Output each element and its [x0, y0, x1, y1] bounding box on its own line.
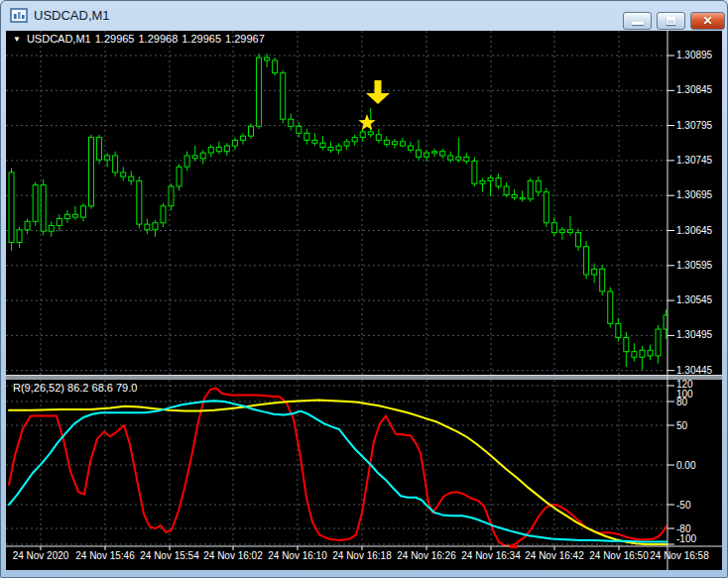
- chart-legend: ▼USDCAD,M11.299651.299681.299651.29967: [13, 33, 269, 45]
- candle-body: [216, 147, 221, 151]
- time-axis-label: 24 Nov 16:18: [332, 550, 392, 561]
- candle-body: [224, 146, 229, 152]
- candle-body: [496, 178, 501, 186]
- down-arrow-icon: [366, 93, 390, 104]
- candle-body: [536, 180, 541, 191]
- candle-body: [177, 167, 182, 186]
- restore-icon: [667, 17, 675, 25]
- candle-body: [161, 206, 166, 223]
- candle-body: [249, 126, 254, 136]
- candle-body: [289, 119, 294, 126]
- candle-body: [304, 133, 309, 140]
- legend-high: 1.29968: [138, 33, 178, 45]
- candle-body: [488, 178, 493, 181]
- close-icon: ✕: [691, 14, 724, 28]
- down-arrow-icon: [375, 80, 382, 93]
- candle-body: [184, 156, 189, 167]
- star-icon: [358, 114, 375, 130]
- candle-body: [616, 323, 621, 337]
- indicator-axis-label: -100: [676, 533, 696, 544]
- candle-body: [344, 142, 349, 146]
- cyan-line: [9, 401, 667, 541]
- legend-close: 1.29967: [225, 33, 265, 45]
- candle-body: [97, 138, 102, 161]
- price-axis-label: 1.30895: [676, 50, 712, 60]
- candle-body: [648, 350, 653, 356]
- time-axis-label: 24 Nov 16:58: [650, 550, 709, 561]
- time-axis-label: 24 Nov 15:54: [140, 550, 199, 561]
- candle-body: [576, 233, 581, 247]
- restore-button[interactable]: [657, 12, 685, 30]
- candle-body: [360, 132, 365, 138]
- candle-body: [153, 223, 158, 230]
- candle-body: [192, 156, 197, 159]
- candle-body: [129, 176, 134, 180]
- candle-body: [504, 186, 509, 194]
- candle-body: [17, 230, 22, 243]
- chart-client-area: ▼USDCAD,M11.299651.299681.299651.29967 R…: [6, 31, 722, 570]
- candle-body: [25, 221, 30, 229]
- candle-body: [512, 194, 517, 197]
- candle-body: [456, 157, 461, 160]
- indicator-axis-label: 0.00: [676, 460, 695, 471]
- candle-body: [568, 230, 573, 233]
- time-axis-label: 24 Nov 16:50: [589, 550, 649, 561]
- candle-body: [384, 140, 389, 144]
- candle-body: [440, 152, 445, 156]
- price-axis-label: 1.30745: [676, 155, 712, 166]
- time-axis-label: 24 Nov 16:42: [525, 550, 584, 561]
- candle-body: [559, 230, 564, 233]
- candle-body: [656, 329, 661, 356]
- legend-open: 1.29965: [95, 33, 135, 45]
- candle-body: [89, 138, 94, 206]
- candle-body: [520, 197, 525, 199]
- chart-window: USDCAD,M1 ✕ ▼USDCAD,M11.299651.299681.29…: [0, 0, 728, 578]
- candle-body: [409, 146, 414, 150]
- candle-body: [464, 157, 469, 161]
- candle-body: [608, 291, 613, 323]
- candle-body: [336, 146, 341, 150]
- candle-body: [49, 226, 54, 232]
- candle-body: [640, 350, 645, 357]
- candle-body: [265, 58, 270, 60]
- candle-body: [232, 140, 237, 146]
- legend-low: 1.29965: [182, 33, 221, 45]
- indicator-values: 86.2 68.6 79.0: [67, 382, 137, 394]
- price-axis-label: 1.30795: [676, 120, 712, 131]
- candle-body: [72, 214, 77, 217]
- time-axis-label: 24 Nov 16:34: [461, 550, 521, 561]
- candle-body: [376, 135, 381, 141]
- minimize-button[interactable]: [623, 12, 652, 30]
- candle-body: [432, 152, 437, 154]
- candle-body: [240, 136, 245, 140]
- close-button[interactable]: ✕: [690, 12, 725, 30]
- pane-separator: [6, 375, 722, 376]
- time-axis-label: 24 Nov 16:26: [397, 550, 456, 561]
- candle-body: [328, 147, 333, 150]
- candle-body: [57, 218, 61, 225]
- candle-body: [544, 192, 548, 223]
- window-title: USDCAD,M1: [34, 8, 110, 23]
- pane-separator: [6, 376, 722, 380]
- candle-body: [33, 185, 38, 222]
- candle-body: [472, 162, 477, 184]
- candle-body: [632, 352, 637, 358]
- candle-body: [312, 140, 317, 143]
- candle-body: [480, 180, 485, 183]
- indicator-label: R(9,26,52) 86.2 68.6 79.0: [13, 382, 137, 394]
- time-axis-label: 24 Nov 2020: [13, 550, 69, 561]
- candle-body: [368, 132, 373, 135]
- indicator-name: R(9,26,52): [13, 382, 64, 394]
- chart-app-icon: [10, 8, 28, 24]
- candle-body: [600, 269, 605, 291]
- candle-body: [121, 173, 126, 176]
- oscillator-layer: [9, 388, 667, 545]
- candle-body: [281, 73, 286, 120]
- candle-body: [352, 138, 357, 142]
- candle-body: [41, 185, 46, 232]
- window-titlebar[interactable]: USDCAD,M1 ✕: [1, 1, 727, 31]
- chart-canvas[interactable]: [6, 31, 722, 570]
- candle-body: [169, 186, 174, 206]
- time-axis-label: 24 Nov 16:10: [268, 550, 327, 561]
- red-axis-mark: [510, 545, 518, 548]
